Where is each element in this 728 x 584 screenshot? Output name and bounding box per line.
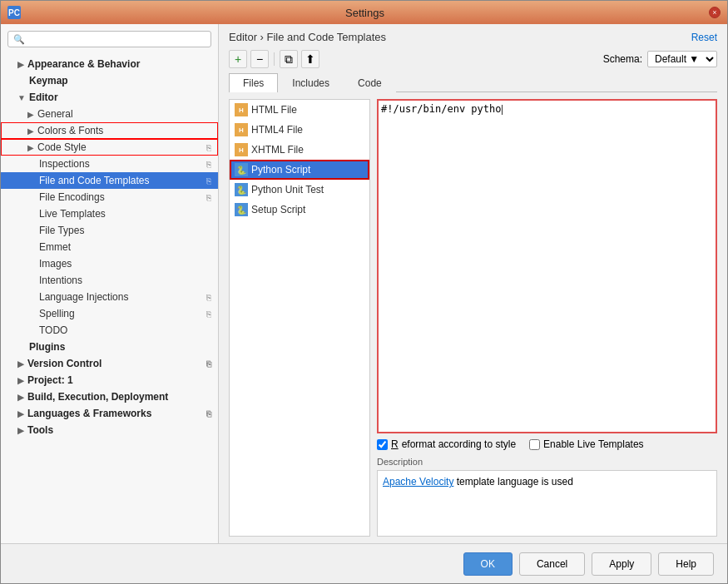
sidebar-item-plugins[interactable]: Plugins	[1, 339, 218, 355]
file-item-label: HTML4 File	[251, 124, 303, 136]
tab-files[interactable]: Files	[229, 73, 278, 92]
sidebar-item-label: Language Injections	[27, 291, 203, 303]
sidebar-item-file-types[interactable]: File Types	[1, 222, 218, 239]
search-input[interactable]	[28, 33, 206, 45]
apply-button[interactable]: Apply	[592, 552, 651, 576]
html-icon: H	[235, 143, 248, 156]
arrow-icon: ▶	[17, 60, 24, 69]
sidebar-item-intentions[interactable]: Intentions	[1, 272, 218, 289]
close-button[interactable]: ×	[709, 7, 721, 18]
copy-icon: ⎘	[206, 193, 211, 202]
sidebar-item-colors-fonts[interactable]: ▶ Colors & Fonts	[1, 122, 218, 139]
search-icon: 🔍	[13, 34, 25, 45]
remove-button[interactable]: −	[250, 50, 269, 68]
sidebar-item-label: General	[37, 108, 211, 120]
python-icon: 🐍	[235, 183, 248, 196]
sidebar-item-lang-injections[interactable]: Language Injections ⎘	[1, 289, 218, 305]
file-item-setup-script[interactable]: 🐍 Setup Script	[230, 200, 369, 220]
sidebar-item-label: Intentions	[27, 275, 211, 286]
tab-code[interactable]: Code	[344, 73, 396, 92]
file-item-html4[interactable]: H HTML4 File	[230, 120, 369, 140]
sidebar-item-tools[interactable]: ▶ Tools	[1, 422, 218, 438]
reformat-label: R	[391, 438, 399, 450]
sidebar-item-label: Images	[27, 258, 211, 270]
copy-icon: ⎘	[206, 309, 211, 319]
arrow-icon: ▶	[27, 110, 34, 119]
sidebar-item-version-control[interactable]: ▶ Version Control ⎘	[1, 355, 218, 372]
files-editor: H HTML File H HTML4 File H XHTML File 🐍 …	[229, 99, 717, 537]
reset-button[interactable]: Reset	[691, 32, 717, 43]
copy-icon: ⎘	[206, 160, 211, 169]
sidebar-item-label: Keymap	[17, 75, 211, 87]
cursor	[502, 105, 503, 115]
app-icon: PC	[7, 6, 21, 19]
file-item-xhtml[interactable]: H XHTML File	[230, 140, 369, 160]
file-list: H HTML File H HTML4 File H XHTML File 🐍 …	[229, 99, 370, 537]
apache-velocity-link[interactable]: Apache Velocity	[383, 476, 453, 487]
sidebar-item-general[interactable]: ▶ General	[1, 106, 218, 122]
sidebar-item-images[interactable]: Images	[1, 255, 218, 272]
add-button[interactable]: +	[229, 50, 247, 68]
sidebar-item-keymap[interactable]: Keymap	[1, 72, 218, 89]
description-text: template language is used	[453, 476, 572, 487]
sidebar-item-label: File and Code Templates	[27, 175, 203, 186]
sidebar-item-languages[interactable]: ▶ Languages & Frameworks ⎘	[1, 405, 218, 422]
ok-button[interactable]: OK	[463, 552, 513, 576]
live-templates-option[interactable]: Enable Live Templates	[529, 438, 644, 450]
code-content: #!/usr/bin/env pytho	[381, 103, 502, 115]
search-box[interactable]: 🔍	[7, 31, 211, 47]
sidebar-item-label: Code Style	[37, 141, 203, 153]
sidebar-item-live-templates[interactable]: Live Templates	[1, 205, 218, 222]
file-item-html[interactable]: H HTML File	[230, 100, 369, 120]
file-item-label: HTML File	[251, 104, 297, 116]
arrow-icon: ▶	[17, 376, 24, 385]
sidebar-item-file-encodings[interactable]: File Encodings ⎘	[1, 189, 218, 205]
python-icon: 🐍	[235, 163, 248, 176]
move-button[interactable]: ⬆	[301, 50, 319, 68]
sidebar-item-todo[interactable]: TODO	[1, 322, 218, 339]
schema-area: Schema: Default ▼	[603, 51, 717, 67]
sidebar-item-label: Plugins	[17, 341, 211, 353]
html-icon: H	[235, 123, 248, 136]
file-item-python-unit-test[interactable]: 🐍 Python Unit Test	[230, 180, 369, 200]
sidebar-item-build[interactable]: ▶ Build, Execution, Deployment	[1, 389, 218, 405]
arrow-icon: ▶	[17, 359, 24, 369]
sidebar-item-label: Version Control	[27, 358, 203, 369]
schema-select[interactable]: Default ▼	[647, 51, 717, 67]
sidebar-item-label: Inspections	[27, 158, 203, 170]
sidebar-item-label: Editor	[29, 92, 211, 103]
copy-template-button[interactable]: ⧉	[280, 50, 298, 68]
description-area: Description Apache Velocity template lan…	[377, 457, 717, 537]
live-templates-checkbox[interactable]	[529, 439, 540, 450]
description-box: Apache Velocity template language is use…	[377, 470, 717, 537]
file-item-label: XHTML File	[251, 144, 304, 156]
cancel-button[interactable]: Cancel	[519, 552, 585, 576]
sidebar-item-file-code-templates[interactable]: File and Code Templates ⎘	[1, 172, 218, 189]
sidebar-item-emmet[interactable]: Emmet	[1, 239, 218, 255]
sidebar-item-label: File Encodings	[27, 191, 203, 203]
html-icon: H	[235, 103, 248, 116]
file-item-label: Python Script	[251, 164, 310, 176]
sidebar: 🔍 ▶ Appearance & Behavior Keymap ▼ Edito…	[1, 24, 219, 543]
sidebar-item-appearance[interactable]: ▶ Appearance & Behavior	[1, 56, 218, 72]
sidebar-item-project[interactable]: ▶ Project: 1	[1, 372, 218, 389]
reformat-option[interactable]: Reformat according to style	[377, 438, 516, 450]
tab-includes[interactable]: Includes	[278, 73, 344, 92]
editor-area: #!/usr/bin/env pytho Reformat according …	[377, 99, 717, 537]
sidebar-item-editor[interactable]: ▼ Editor	[1, 89, 218, 106]
sidebar-item-code-style[interactable]: ▶ Code Style ⎘	[1, 139, 218, 156]
window-title: Settings	[345, 7, 384, 19]
arrow-icon: ▶	[17, 409, 24, 418]
live-templates-label: Enable Live Templates	[543, 438, 644, 450]
sidebar-item-label: TODO	[27, 324, 211, 336]
arrow-icon: ▶	[27, 143, 34, 152]
sidebar-item-label: Project: 1	[27, 374, 211, 386]
copy-icon: ⎘	[206, 143, 211, 152]
sidebar-item-inspections[interactable]: Inspections ⎘	[1, 156, 218, 172]
sidebar-item-label: Build, Execution, Deployment	[27, 391, 211, 403]
sidebar-item-spelling[interactable]: Spelling ⎘	[1, 305, 218, 322]
file-item-python-script[interactable]: 🐍 Python Script	[230, 160, 369, 180]
code-editor[interactable]: #!/usr/bin/env pytho	[377, 99, 717, 433]
help-button[interactable]: Help	[658, 552, 714, 576]
reformat-checkbox[interactable]	[377, 439, 388, 450]
